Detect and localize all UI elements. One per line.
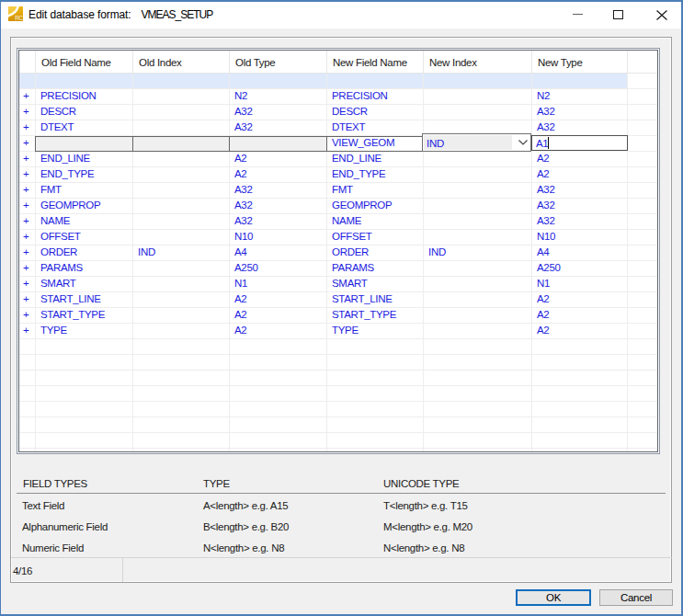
svg-text:RC: RC: [15, 15, 23, 21]
